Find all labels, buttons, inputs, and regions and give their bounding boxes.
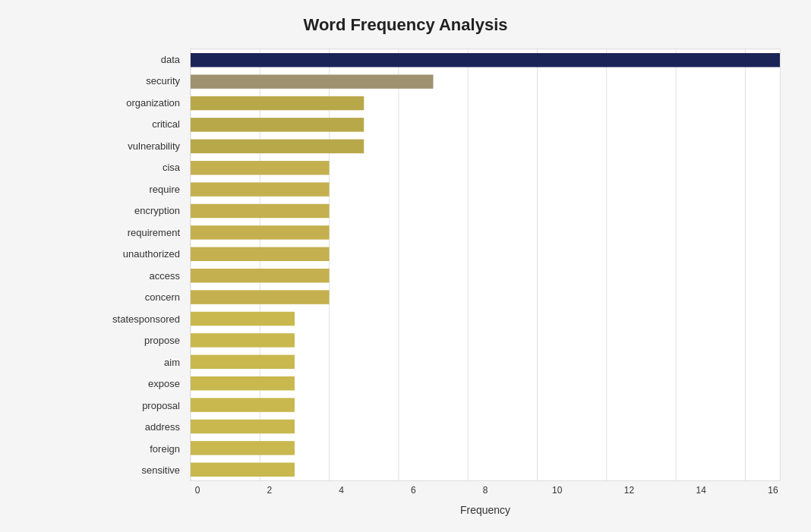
x-tick: 14 [693, 485, 708, 504]
y-label: sensitive [141, 464, 186, 476]
bar-concern [191, 290, 330, 304]
bar-critical [191, 118, 364, 131]
y-label: concern [145, 291, 186, 303]
x-tick: 8 [478, 485, 493, 504]
y-label: unauthorized [123, 248, 186, 260]
y-label: vulnerability [128, 140, 186, 152]
chart-container: Word Frequency Analysis datasecurityorga… [0, 0, 811, 532]
y-label: organization [126, 97, 186, 109]
x-tick: 0 [190, 485, 205, 504]
x-axis-label: Frequency [190, 504, 781, 516]
bar-organization [191, 96, 364, 110]
x-tick: 10 [550, 485, 565, 504]
bar-sensitive [191, 463, 295, 477]
y-label: security [146, 75, 186, 87]
x-tick: 2 [262, 485, 277, 504]
y-label: requirement [128, 227, 186, 238]
x-tick: 16 [765, 485, 781, 504]
bar-unauthorized [191, 247, 330, 261]
y-label: statesponsored [112, 313, 186, 325]
y-label: propose [144, 335, 186, 346]
bar-data [191, 53, 780, 67]
bar-security [191, 74, 434, 88]
y-label: cisa [163, 162, 186, 173]
y-label: address [145, 421, 186, 433]
y-label: aim [164, 357, 186, 368]
chart-title: Word Frequency Analysis [30, 15, 781, 35]
y-label: proposal [142, 400, 186, 411]
x-tick: 12 [622, 485, 637, 504]
bar-statesponsored [191, 312, 295, 326]
bar-require [191, 182, 330, 196]
y-label: foreign [150, 443, 186, 455]
bar-vulnerability [191, 140, 364, 153]
bar-propose [191, 333, 295, 347]
bar-expose [191, 376, 295, 390]
x-tick: 6 [406, 485, 421, 504]
bar-encryption [191, 204, 330, 218]
bar-address [191, 420, 295, 433]
bar-cisa [191, 161, 330, 175]
x-tick: 4 [334, 485, 349, 504]
bar-access [191, 269, 330, 282]
y-label: data [161, 54, 186, 65]
bar-proposal [191, 398, 295, 411]
bar-requirement [191, 225, 330, 239]
y-label: require [150, 184, 186, 195]
y-label: expose [148, 378, 186, 389]
y-label: encryption [134, 205, 186, 216]
bar-aim [191, 355, 295, 369]
y-label: access [150, 270, 186, 282]
y-label: critical [152, 118, 186, 130]
bar-foreign [191, 441, 295, 455]
